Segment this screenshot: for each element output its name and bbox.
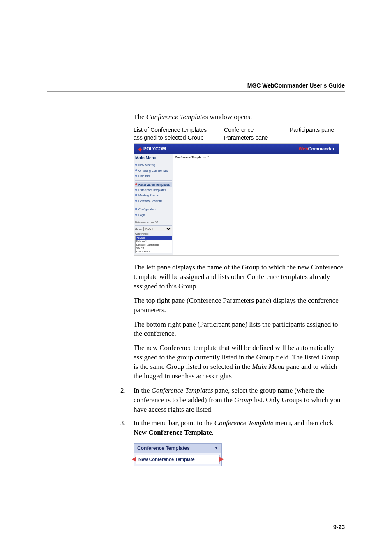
- dropdown-header-label: Conference Templates: [137, 445, 190, 451]
- brand-text: POLYCOM: [143, 146, 166, 152]
- paragraph-4: The new Conference template that will be…: [134, 343, 345, 381]
- conference-label: Conference:: [135, 232, 172, 235]
- polycom-icon: [138, 147, 142, 151]
- callout-label-1a: List of Conference templates: [134, 126, 224, 134]
- s3-bold: New Conference Template: [134, 428, 212, 436]
- app-banner: POLYCOM WebCommander: [134, 144, 339, 154]
- app-title-prefix: Web: [299, 146, 308, 151]
- p4-em: Main Menu: [252, 363, 284, 371]
- paragraph-3: The bottom right pane (Participant pane)…: [134, 320, 345, 339]
- intro-em: Conference Templates: [146, 113, 208, 121]
- callout-label-1b: assigned to selected Group: [134, 134, 224, 142]
- sidebar-item[interactable]: Configuration: [135, 207, 172, 212]
- chevron-down-icon: ▼: [207, 155, 210, 159]
- database-label: Database:: [135, 221, 146, 223]
- s3-c: .: [212, 428, 213, 436]
- svg-marker-0: [138, 147, 142, 152]
- step-2-body: In the Conference Templates pane, select…: [134, 386, 345, 415]
- list-item[interactable]: SW CP: [136, 246, 172, 250]
- callout-label-2b: Parameters pane: [224, 134, 290, 142]
- list-item[interactable]: Software-Conference: [136, 243, 172, 246]
- step-2: 2. In the Conference Templates pane, sel…: [120, 386, 345, 415]
- app-title-suffix: Commander: [308, 146, 334, 151]
- s2-a: In the: [134, 387, 151, 394]
- list-item[interactable]: Polycom1: [136, 240, 172, 243]
- sidebar-item[interactable]: Reservation Templates: [135, 182, 172, 187]
- app-title: WebCommander: [299, 146, 334, 152]
- group-label: Group:: [135, 228, 143, 231]
- step-3: 3. In the menu bar, point to the Confere…: [120, 419, 345, 466]
- step-2-number: 2.: [120, 386, 134, 415]
- sidebar-item[interactable]: Participant Templates: [135, 187, 172, 193]
- conference-templates-menubar[interactable]: Conference Templates ▼: [173, 154, 339, 160]
- list-item[interactable]: Polycom: [136, 236, 172, 240]
- step-3-body: In the menu bar, point to the Conference…: [134, 419, 345, 466]
- sidebar-item[interactable]: New Meeting: [135, 162, 172, 168]
- dropdown-header[interactable]: Conference Templates ▼: [134, 443, 222, 453]
- intro-suffix: window opens.: [208, 113, 252, 121]
- header-rule: [47, 91, 345, 92]
- paragraph-1: The left pane displays the name of the G…: [134, 263, 345, 291]
- intro-line: The Conference Templates window opens.: [134, 113, 345, 122]
- screenshot-figure: POLYCOM WebCommander Main Menu New Meeti…: [134, 143, 339, 256]
- sidebar-item[interactable]: Calendar: [135, 173, 172, 179]
- list-item[interactable]: Video-Switch: [136, 250, 172, 253]
- sidebar-item[interactable]: On Going Conferences: [135, 168, 172, 173]
- s2-em2: Group: [234, 396, 252, 404]
- intro-prefix: The: [134, 113, 146, 121]
- callout-label-2a: Conference: [224, 126, 290, 134]
- dropdown-item-new-conference-template[interactable]: New Conference Template: [136, 455, 220, 464]
- main-menu-heading: Main Menu: [135, 155, 172, 161]
- brand-logo: POLYCOM: [138, 146, 166, 152]
- s3-b: menu, and then click: [273, 419, 333, 427]
- page-number: 9-23: [333, 524, 345, 530]
- sidebar-item[interactable]: Gateway Sessions: [135, 198, 172, 204]
- header-guide-title: MGC WebCommander User's Guide: [47, 82, 345, 89]
- database-value: AccordDB: [147, 221, 158, 223]
- left-pane: Main Menu New MeetingOn Going Conference…: [134, 154, 173, 255]
- sidebar-item[interactable]: Login: [135, 212, 172, 218]
- dropdown-figure: Conference Templates ▼ New Conference Te…: [134, 443, 222, 466]
- conference-list[interactable]: PolycomPolycom1Software-ConferenceSW CPV…: [135, 236, 172, 253]
- callout-labels: List of Conference templates assigned to…: [134, 126, 345, 142]
- right-panes: Conference Templates ▼: [173, 154, 339, 255]
- database-row: Database: AccordDB: [135, 221, 172, 224]
- sidebar-item[interactable]: Meeting Rooms: [135, 193, 172, 198]
- paragraph-2: The top right pane (Conference Parameter…: [134, 296, 345, 315]
- s3-a: In the menu bar, point to the: [134, 419, 214, 427]
- chevron-down-icon: ▼: [214, 446, 218, 451]
- callout-divider-line: [297, 154, 297, 171]
- menubar-label: Conference Templates: [175, 155, 206, 159]
- s2-em1: Conference Templates: [151, 387, 213, 394]
- group-select[interactable]: Default: [143, 227, 172, 231]
- callout-label-3: Participants pane: [290, 126, 345, 134]
- s3-em: Conference Template: [214, 419, 274, 427]
- callout-divider-line: [227, 154, 227, 191]
